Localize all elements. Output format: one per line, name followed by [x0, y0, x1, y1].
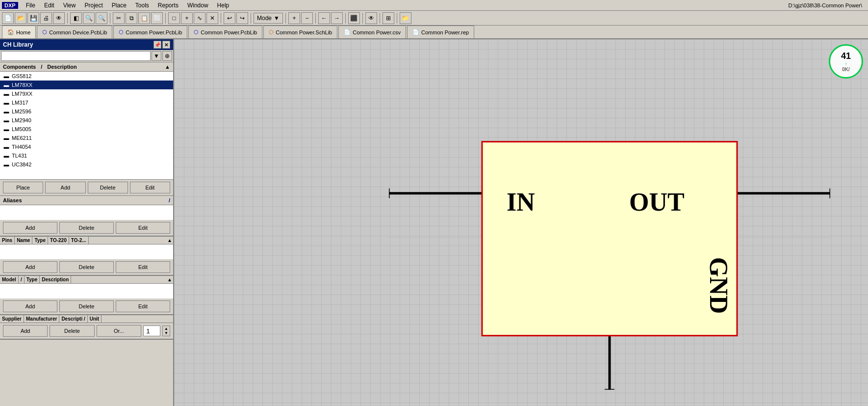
home-icon: 🏠: [7, 29, 14, 35]
wire-btn[interactable]: ∿: [194, 12, 205, 24]
menu-place[interactable]: Place: [108, 1, 130, 10]
model-delete-button[interactable]: Delete: [59, 300, 114, 312]
edit-button[interactable]: Edit: [130, 182, 170, 193]
menu-project[interactable]: Project: [80, 1, 106, 10]
pcb-icon-3: ⬡: [194, 29, 199, 35]
comp-item-lm5005[interactable]: ▬ LM5005: [0, 125, 173, 134]
preview-btn[interactable]: 👁: [53, 12, 65, 24]
supplier-or-button[interactable]: Or...: [97, 325, 141, 337]
sep3: [165, 13, 166, 24]
model-list[interactable]: [0, 284, 173, 298]
comp-item-th4054[interactable]: ▬ TH4054: [0, 142, 173, 151]
menu-edit[interactable]: Edit: [40, 1, 58, 10]
layers-btn[interactable]: ◧: [70, 12, 82, 24]
app-logo: DXP: [2, 2, 18, 9]
aliases-delete-button[interactable]: Delete: [59, 222, 114, 234]
panel-close-btn[interactable]: ✕: [162, 41, 170, 49]
zoom-out-btn[interactable]: 🔍: [96, 12, 107, 24]
aliases-list[interactable]: [0, 205, 173, 220]
aliases-edit-button[interactable]: Edit: [116, 222, 170, 234]
quantity-input[interactable]: [143, 325, 160, 336]
save-btn[interactable]: 💾: [27, 12, 39, 24]
doc-btn[interactable]: 📁: [400, 12, 411, 24]
zoom-arrow: ↑: [845, 61, 847, 67]
supplier-section: Supplier Manufacturer Descripti / Unit A…: [0, 315, 173, 340]
new-btn[interactable]: 📄: [2, 12, 14, 24]
delete-btn[interactable]: ✕: [206, 12, 218, 24]
comp-item-lm79xx[interactable]: ▬ LM79XX: [0, 89, 173, 98]
tab-common-power-pcblib2[interactable]: ⬡ Common Power.PcbLib: [188, 26, 262, 38]
print-btn[interactable]: 🖨: [40, 12, 52, 24]
mode-dropdown[interactable]: Mode ▼: [254, 13, 283, 24]
aliases-edit[interactable]: /: [169, 197, 170, 203]
zoom-btn[interactable]: ⊕: [162, 51, 172, 61]
comp-item-lm2940[interactable]: ▬ LM2940: [0, 116, 173, 125]
open-btn[interactable]: 📂: [15, 12, 26, 24]
comp-item-lm78xx[interactable]: ▬ LM78XX: [0, 81, 173, 89]
plus-btn[interactable]: +: [288, 12, 300, 24]
rect-btn[interactable]: □: [168, 12, 180, 24]
components-list[interactable]: ▬ GS5812 ▬ LM78XX ▬ LM79XX ▬ LM317 ▬ LM2…: [0, 72, 173, 180]
quantity-up-btn[interactable]: ▲▼: [162, 325, 170, 336]
sep11: [397, 13, 397, 24]
aliases-label: Aliases: [3, 197, 22, 203]
schematic-svg: IN OUT GND: [389, 85, 830, 389]
sep10: [380, 13, 380, 24]
out-label: OUT: [629, 188, 685, 216]
menu-tools[interactable]: Tools: [131, 1, 153, 10]
paste-btn[interactable]: 📋: [138, 12, 150, 24]
menu-reports[interactable]: Reports: [154, 1, 182, 10]
dropdown-btn[interactable]: ▼: [152, 51, 161, 61]
add-button[interactable]: Add: [45, 182, 85, 193]
component-icon: ▬: [3, 117, 10, 124]
copy-btn[interactable]: ⧉: [126, 12, 137, 24]
pins-delete-button[interactable]: Delete: [59, 261, 114, 273]
supplier-delete-button[interactable]: Delete: [50, 325, 94, 337]
canvas-area[interactable]: IN OUT GND 41 ↑ 0K/: [174, 39, 868, 406]
pins-add-button[interactable]: Add: [3, 261, 57, 273]
arrow-right-btn[interactable]: →: [331, 12, 343, 24]
tab-home[interactable]: 🏠 Home: [2, 26, 36, 38]
pins-edit-button[interactable]: Edit: [116, 261, 170, 273]
description-label: Description: [47, 64, 77, 70]
view-btn[interactable]: 👁: [365, 12, 377, 24]
supplier-add-button[interactable]: Add: [3, 325, 48, 337]
comp-item-lm2596[interactable]: ▬ LM2596: [0, 107, 173, 116]
grid-btn[interactable]: ⊞: [383, 12, 394, 24]
search-input[interactable]: [1, 51, 151, 61]
cut-btn[interactable]: ✂: [113, 12, 125, 24]
model-add-button[interactable]: Add: [3, 300, 57, 312]
comp-item-uc3842[interactable]: ▬ UC3842: [0, 160, 173, 169]
panel-pin-btn[interactable]: 📌: [153, 41, 161, 49]
zoom-in-btn[interactable]: 🔍: [83, 12, 95, 24]
model-section: Model / Type Description ▲ Add Delete Ed…: [0, 276, 173, 315]
comp-item-tl431[interactable]: ▬ TL431: [0, 151, 173, 160]
comp-item-lm317[interactable]: ▬ LM317: [0, 98, 173, 107]
model-edit-button[interactable]: Edit: [116, 300, 170, 312]
tab-common-power-csv[interactable]: 📄 Common Power.csv: [338, 26, 406, 38]
place-button[interactable]: Place: [3, 182, 43, 193]
comp-item-gs5812[interactable]: ▬ GS5812: [0, 72, 173, 81]
redo-btn[interactable]: ↪: [236, 12, 248, 24]
tab-common-power-rep[interactable]: 📄 Common Power.rep: [407, 26, 474, 38]
tab-common-device-pcblib[interactable]: ⬡ Common Device.PcbLib: [37, 26, 112, 38]
comp-item-me6211[interactable]: ▬ ME6211: [0, 134, 173, 142]
menu-window[interactable]: Window: [183, 1, 212, 10]
component-icon: ▬: [3, 90, 10, 97]
sep8: [345, 13, 346, 24]
menu-view[interactable]: View: [59, 1, 80, 10]
aliases-add-button[interactable]: Add: [3, 222, 57, 234]
cross-btn[interactable]: +: [181, 12, 193, 24]
menu-help[interactable]: Help: [213, 1, 233, 10]
undo-btn[interactable]: ↩: [224, 12, 235, 24]
minus-btn[interactable]: −: [301, 12, 313, 24]
tab-common-power-pcblib1[interactable]: ⬡ Common Power.PcbLib: [113, 26, 187, 38]
component-btn[interactable]: ⬛: [348, 12, 360, 24]
pins-list[interactable]: [0, 244, 173, 259]
menu-file[interactable]: File: [22, 1, 39, 10]
arrow-left-btn[interactable]: ←: [318, 12, 330, 24]
component-icon: ▬: [3, 152, 10, 159]
tab-common-power-schlib[interactable]: ⬡ Common Power.SchLib: [263, 26, 337, 38]
delete-button[interactable]: Delete: [88, 182, 128, 193]
format-btn[interactable]: ⬜: [151, 12, 163, 24]
